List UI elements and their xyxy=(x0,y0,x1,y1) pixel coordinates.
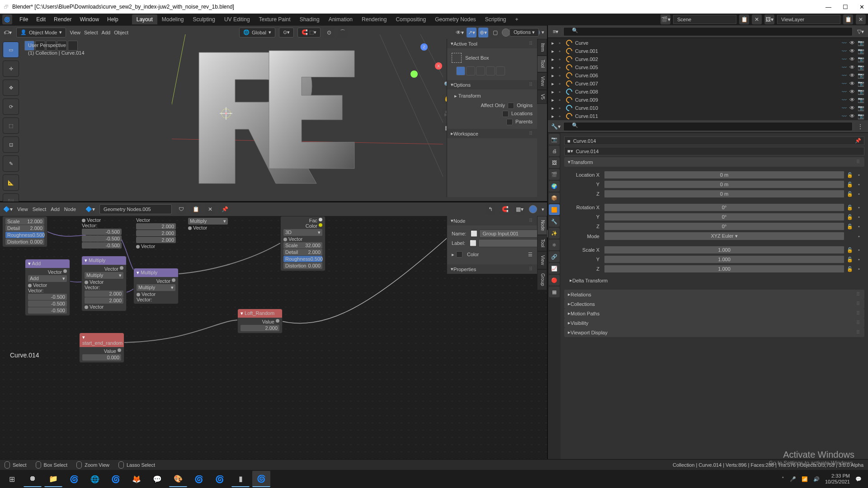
scl-z-field[interactable]: 1.000 xyxy=(604,265,844,273)
node-vec-col1[interactable]: Vector Vector: -0.500 -0.500 -0.500 xyxy=(79,216,124,250)
selmode-extend[interactable] xyxy=(466,66,475,75)
vtab-item[interactable]: Item xyxy=(537,39,547,56)
outliner-type-button[interactable]: ≡▾ xyxy=(551,27,561,37)
props-obj-name[interactable]: Curve.014 xyxy=(573,138,596,144)
task-blender-4[interactable]: 🌀 xyxy=(211,471,229,487)
node-start-end-random[interactable]: ▾ start_end_random Value 0.000 xyxy=(79,333,124,363)
scl-y-field[interactable]: 1.000 xyxy=(604,255,844,263)
tray-volume-icon[interactable]: 🔊 xyxy=(813,476,820,482)
ne-menu-add[interactable]: Add xyxy=(51,206,60,212)
outliner-item[interactable]: ▸◦Curve.001〰👁📷 xyxy=(550,47,866,55)
outliner[interactable]: ≡▾ 🔍 ▽▾ ▸◦Curve〰👁📷▸◦Curve.001〰👁📷▸◦Curve.… xyxy=(548,25,868,120)
menu-help[interactable]: Help xyxy=(104,15,122,24)
workspace-sculpting[interactable]: Sculpting xyxy=(189,14,220,24)
gizmo-toggle[interactable]: ↗▾ xyxy=(467,28,476,38)
props-data-name[interactable] xyxy=(576,149,861,154)
vp-menu-select[interactable]: Select xyxy=(84,30,98,35)
outliner-item[interactable]: ▸◦Curve.002〰👁📷 xyxy=(550,55,866,63)
node-mul-small[interactable]: Multiply▾ Vector xyxy=(185,216,231,232)
workspace-animation[interactable]: Animation xyxy=(324,14,357,24)
ne-parent[interactable]: ↰ xyxy=(486,204,495,214)
ne-snap[interactable]: 🧲 xyxy=(500,204,510,214)
outliner-item[interactable]: ▸◦Curve.006〰👁📷 xyxy=(550,71,866,80)
origins-checkbox[interactable] xyxy=(508,103,514,109)
options-popover[interactable]: Options ▾ xyxy=(509,28,539,37)
task-terminal[interactable]: ▮ xyxy=(231,471,250,487)
props-type-button[interactable]: 🔧▾ xyxy=(551,122,561,131)
tab-scene[interactable]: 🎬 xyxy=(549,169,560,180)
rot-mode-field[interactable]: XYZ Euler ▾ xyxy=(604,232,844,240)
scene-new-button[interactable]: 📋 xyxy=(739,14,749,24)
workspace-rendering[interactable]: Rendering xyxy=(357,14,391,24)
outliner-item[interactable]: ▸◦Curve.007〰👁📷 xyxy=(550,80,866,88)
nodetree-copy[interactable]: 📋 xyxy=(191,204,201,214)
menu-edit[interactable]: Edit xyxy=(33,15,49,24)
rot-z-field[interactable]: 0° xyxy=(604,222,844,230)
workspace-header[interactable]: Workspace xyxy=(453,131,478,136)
task-gimp[interactable]: 🦊 xyxy=(127,471,146,487)
selmode-intersect[interactable] xyxy=(496,66,505,75)
outliner-item[interactable]: ▸◦Curve.005〰👁📷 xyxy=(550,63,866,71)
outliner-item[interactable]: ▸◦Curve.009〰👁📷 xyxy=(550,96,866,104)
task-blender-active[interactable]: 🌀 xyxy=(252,471,270,487)
collections-header[interactable]: Collections xyxy=(571,301,595,307)
shading-wireframe[interactable] xyxy=(502,28,510,37)
active-tool-header[interactable]: Active Tool xyxy=(453,41,477,47)
props-options[interactable]: ⋮ xyxy=(855,122,865,131)
workspace-texturepaint[interactable]: Texture Paint xyxy=(255,14,295,24)
workspace-uvediting[interactable]: UV Editing xyxy=(220,14,255,24)
nodetree-name-field[interactable] xyxy=(99,204,172,214)
maximize-button[interactable]: ☐ xyxy=(843,4,848,10)
scl-x-field[interactable]: 1.000 xyxy=(604,246,844,254)
nodetree-pin2[interactable]: 📌 xyxy=(220,204,230,214)
workspace-modeling[interactable]: Modeling xyxy=(157,14,189,24)
node-add[interactable]: ▾ Add Vector Add▾ Vector Vector: -0.500 … xyxy=(25,259,70,316)
mode-dropdown[interactable]: 👤Object Mode▾ xyxy=(16,28,66,38)
workspace-add[interactable]: + xyxy=(511,14,523,24)
ne-menu-view[interactable]: View xyxy=(17,206,28,212)
node-multiply-1[interactable]: ▾ Multiply Vector Multiply▾ Vector Vecto… xyxy=(81,256,127,311)
ne-shading[interactable] xyxy=(529,205,537,213)
scene-name-field[interactable] xyxy=(673,15,736,24)
vp-menu-object[interactable]: Object xyxy=(114,30,128,35)
ne-vtab-tool[interactable]: Tool xyxy=(537,235,547,251)
tray-wifi-icon[interactable]: 📶 xyxy=(802,476,808,482)
task-paint[interactable]: 🎨 xyxy=(169,471,187,487)
tray-mic-icon[interactable]: 🎤 xyxy=(790,476,796,482)
scene-browse-icon[interactable]: 🎬▾ xyxy=(660,14,670,24)
node-loft-random[interactable]: ▾ Loft_Random Value 2.000 xyxy=(237,309,283,333)
axis-y-icon[interactable] xyxy=(410,70,418,78)
nodetree-pin[interactable]: 🛡 xyxy=(176,204,186,214)
node-props-header[interactable]: Properties xyxy=(453,267,476,272)
navigation-gizmo[interactable]: Z X xyxy=(406,43,442,80)
tab-render[interactable]: 📷 xyxy=(549,134,560,145)
loc-z-field[interactable]: 0 m xyxy=(604,190,844,198)
axis-x-icon[interactable]: X xyxy=(435,62,442,70)
selmode-new[interactable] xyxy=(456,66,465,75)
tool-move[interactable]: ✥ xyxy=(3,80,19,96)
outliner-item[interactable]: ▸◦Curve.008〰👁📷 xyxy=(550,88,866,96)
node-noise-tex-2[interactable]: Fac Color 3D▾ Vector Scale32.000 Detail2… xyxy=(280,216,326,271)
outliner-item[interactable]: ▸◦Curve.010〰👁📷 xyxy=(550,104,866,112)
vtab-view[interactable]: View xyxy=(537,72,547,90)
visibility-dropdown[interactable]: 👁▾ xyxy=(455,28,465,38)
outliner-filter[interactable]: ▽▾ xyxy=(855,27,865,37)
node-editor-type-button[interactable]: 🔷▾ xyxy=(3,204,13,214)
overlay-toggle[interactable]: ⊕▾ xyxy=(478,28,488,38)
tab-particles[interactable]: ✨ xyxy=(549,228,560,239)
tool-rotate[interactable]: ⟳ xyxy=(3,99,19,115)
menu-window[interactable]: Window xyxy=(76,15,103,24)
node-scal-col[interactable]: Vector 2.000 2.000 2.000 Vector xyxy=(133,216,179,250)
ne-vtab-group[interactable]: Group xyxy=(537,269,547,290)
visibility-header[interactable]: Visibility xyxy=(571,320,589,326)
xray-button[interactable]: ▢ xyxy=(490,28,500,38)
tab-texture[interactable]: ▦ xyxy=(549,286,560,297)
tool-cursor[interactable]: ✛ xyxy=(3,61,19,77)
locations-checkbox[interactable] xyxy=(502,111,509,117)
delta-transform-header[interactable]: Delta Transform xyxy=(572,278,608,283)
outliner-item[interactable]: ▸◦Curve.011〰👁📷 xyxy=(550,112,866,120)
start-button[interactable]: ⊞ xyxy=(3,471,21,487)
nodetree-browse[interactable]: 🔷▾ xyxy=(85,204,95,214)
nodetree-unlink[interactable]: ✕ xyxy=(205,204,215,214)
node-editor[interactable]: 🔷▾ View Select Add Node 🔷▾ 🛡 📋 ✕ 📌 ↰ 🧲 ▦… xyxy=(0,202,547,459)
